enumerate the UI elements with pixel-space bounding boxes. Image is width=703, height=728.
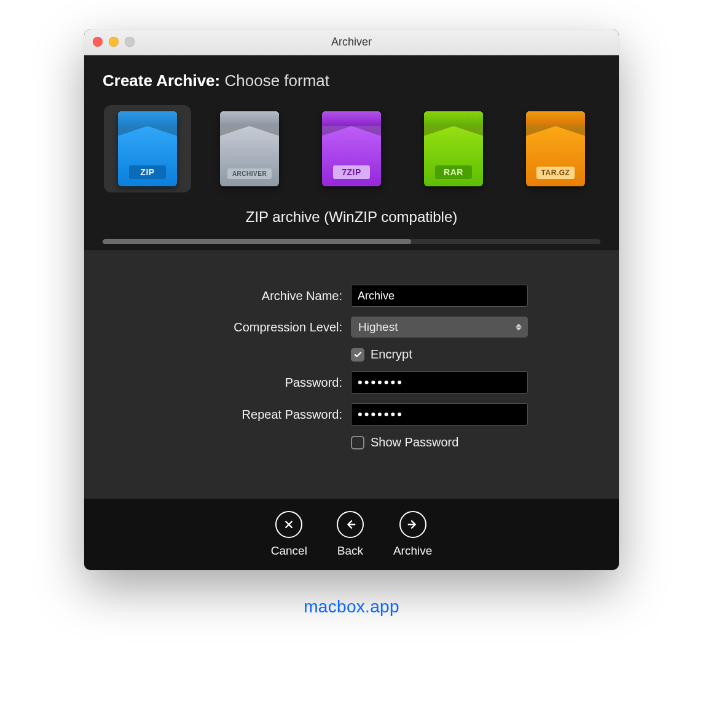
format-label: RAR (435, 165, 472, 179)
archive-options-form: Archive Name: Compression Level: Highest… (84, 250, 619, 499)
show-password-label: Show Password (371, 435, 458, 449)
format-picker-panel: Create Archive: Choose format ZIP ARCHIV… (84, 55, 619, 250)
back-button[interactable]: Back (337, 511, 364, 558)
watermark-text: macbox.app (59, 597, 644, 617)
titlebar: Archiver (84, 30, 619, 55)
repeat-password-label: Repeat Password: (175, 408, 342, 422)
heading-strong: Create Archive: (103, 71, 220, 90)
archive-icon: TAR.GZ (526, 111, 585, 186)
compression-level-select[interactable]: Highest (351, 317, 528, 338)
password-label: Password: (175, 376, 342, 390)
archive-icon: 7ZIP (322, 111, 381, 186)
selected-format-description: ZIP archive (WinZIP compatible) (103, 208, 600, 226)
zoom-window-button[interactable] (125, 37, 135, 47)
compression-level-value: Highest (358, 320, 398, 334)
window-title: Archiver (331, 36, 372, 49)
encrypt-checkbox[interactable] (351, 348, 364, 362)
cancel-icon (275, 511, 302, 538)
encrypt-label: Encrypt (371, 347, 412, 362)
minimize-window-button[interactable] (109, 37, 119, 47)
archive-icon: RAR (424, 111, 483, 186)
page-heading: Create Archive: Choose format (103, 71, 600, 90)
format-option-archiver[interactable]: ARCHIVER (206, 105, 293, 192)
arrow-right-icon (399, 511, 426, 538)
format-option-7zip[interactable]: 7ZIP (308, 105, 395, 192)
check-icon (353, 350, 363, 359)
format-label: ZIP (129, 165, 166, 179)
format-label: ARCHIVER (227, 168, 272, 179)
progress-bar (103, 239, 600, 244)
format-option-rar[interactable]: RAR (410, 105, 497, 192)
archive-name-label: Archive Name: (175, 289, 342, 303)
format-label: TAR.GZ (536, 167, 575, 179)
format-label: 7ZIP (333, 165, 370, 179)
window-controls (93, 37, 135, 47)
arrow-left-icon (337, 511, 364, 538)
compression-level-label: Compression Level: (175, 320, 342, 334)
close-window-button[interactable] (93, 37, 103, 47)
app-window: Archiver Create Archive: Choose format Z… (84, 30, 619, 570)
heading-sub: Choose format (224, 71, 329, 90)
progress-fill (103, 239, 411, 244)
repeat-password-input[interactable]: ••••••• (351, 403, 528, 425)
format-option-zip[interactable]: ZIP (104, 105, 191, 192)
format-option-targz[interactable]: TAR.GZ (512, 105, 599, 192)
password-input[interactable]: ••••••• (351, 371, 528, 394)
show-password-checkbox[interactable] (351, 436, 364, 449)
archive-name-input[interactable] (351, 285, 528, 307)
archive-button[interactable]: Archive (393, 511, 432, 558)
archive-icon: ARCHIVER (220, 111, 279, 186)
bottom-action-bar: Cancel Back Archive (84, 499, 619, 570)
archive-icon: ZIP (118, 111, 177, 186)
cancel-button[interactable]: Cancel (271, 511, 307, 558)
chevron-up-down-icon (516, 324, 522, 331)
format-list: ZIP ARCHIVER 7ZIP (103, 105, 600, 192)
